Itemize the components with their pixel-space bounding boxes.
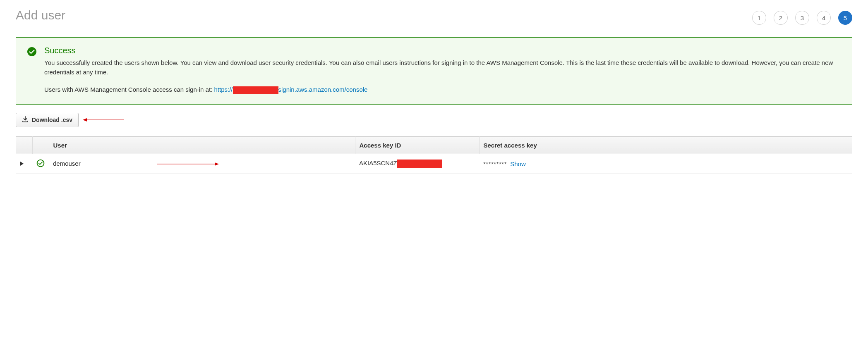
col-user-header: User (49, 136, 355, 154)
svg-marker-6 (215, 162, 219, 166)
col-access-key-id-header: Access key ID (355, 136, 479, 154)
username-cell: demouser (53, 160, 81, 167)
signin-prefix-text: Users with AWS Management Console access… (44, 86, 214, 93)
access-key-id-cell: AKIA5SCN4Z (359, 160, 397, 167)
page-title: Add user (16, 8, 65, 22)
step-2[interactable]: 2 (774, 11, 788, 25)
svg-marker-2 (83, 118, 87, 121)
step-3[interactable]: 3 (795, 11, 809, 25)
step-4[interactable]: 4 (817, 11, 831, 25)
annotation-arrow-icon (83, 117, 124, 123)
signin-url-link[interactable]: https://signin.aws.amazon.com/console (214, 86, 367, 93)
show-secret-link[interactable]: Show (510, 160, 526, 167)
step-1[interactable]: 1 (752, 11, 766, 25)
col-status (32, 136, 49, 154)
table-row: demouser AKIA5SCN4Z ********* Show (16, 154, 852, 174)
secret-masked-cell: ********* (483, 160, 507, 167)
wizard-stepper: 1 2 3 4 5 (752, 11, 852, 25)
download-icon (22, 116, 29, 124)
svg-marker-3 (20, 162, 24, 166)
step-5[interactable]: 5 (838, 11, 852, 25)
expand-row-icon[interactable] (20, 160, 24, 167)
alert-body-text: You successfully created the users shown… (44, 58, 841, 77)
col-secret-access-key-header: Secret access key (479, 136, 852, 154)
svg-point-0 (27, 47, 36, 56)
row-status-check-icon (36, 159, 45, 167)
success-check-icon (27, 47, 37, 94)
users-table: User Access key ID Secret access key (16, 136, 852, 174)
alert-signin-line: Users with AWS Management Console access… (44, 85, 841, 94)
annotation-arrow-icon (157, 161, 219, 168)
redacted-access-key-tail (397, 160, 442, 168)
download-csv-label: Download .csv (32, 117, 72, 123)
redacted-account-id (233, 86, 278, 94)
download-csv-button[interactable]: Download .csv (16, 113, 79, 127)
alert-title: Success (44, 46, 841, 55)
success-alert: Success You successfully created the use… (16, 37, 852, 105)
col-expand (16, 136, 32, 154)
